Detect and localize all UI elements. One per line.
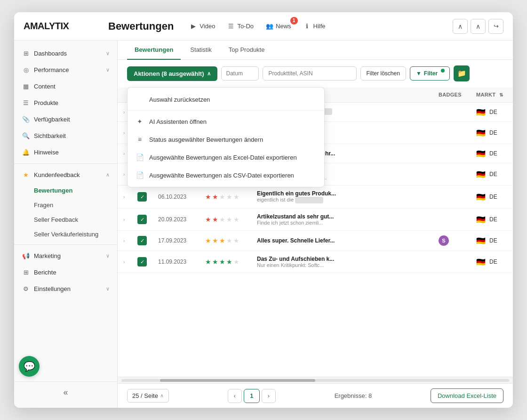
tab-statistik[interactable]: Statistik <box>183 40 219 60</box>
nav-hilfe[interactable]: ℹ Hilfe <box>299 20 330 33</box>
sidebar-item-sichtbarkeit[interactable]: 🔍 Sichtbarkeit <box>14 128 117 144</box>
star-5: ★ <box>233 237 240 244</box>
badge-cell <box>433 251 471 273</box>
sidebar-item-einstellungen[interactable]: ⚙ Einstellungen ∨ <box>14 281 117 297</box>
nav-video[interactable]: ▶ Video <box>185 20 220 33</box>
star-1: ★ <box>205 258 211 266</box>
dropdown-reset[interactable]: Auswahl zurücksetzen <box>128 90 324 108</box>
title-cell: Alles super. Schnelle Liefer... <box>251 231 433 251</box>
chevron-up-icon: ∧ <box>106 172 110 178</box>
expand-btn[interactable]: › <box>123 151 125 156</box>
up-arrow-btn-2[interactable]: ∧ <box>471 19 486 34</box>
star-3: ★ <box>219 258 225 266</box>
verfuegbarkeit-icon: 📎 <box>22 116 30 123</box>
dropdown-export-excel[interactable]: 📄 Ausgewählte Bewertungen als Excel-Date… <box>128 148 324 166</box>
date-cell: 06.10.2023 <box>152 186 200 209</box>
tab-top-produkte[interactable]: Top Produkte <box>221 40 272 60</box>
prev-page-btn[interactable]: ‹ <box>228 389 242 403</box>
filter-button[interactable]: ▼ Filter <box>410 66 450 81</box>
exit-btn[interactable]: ↪ <box>488 19 503 34</box>
dropdown-ai[interactable]: ✦ AI Assistenten öffnen <box>128 113 324 130</box>
expand-btn[interactable]: › <box>123 130 125 136</box>
stars-cell: ★ ★ ★ ★ ★ <box>200 209 251 231</box>
per-page-select[interactable]: 25 / Seite ∧ <box>127 389 169 403</box>
sidebar-performance-label: Performance <box>34 66 69 73</box>
market-cell: 🇩🇪DE <box>471 209 513 231</box>
folder-icon: 📁 <box>457 69 466 78</box>
actions-dropdown: Auswahl zurücksetzen ✦ AI Assistenten öf… <box>127 87 325 187</box>
sidebar-sub-bewertungen[interactable]: Bewertungen <box>34 183 117 198</box>
title-sub: Nur einen Kritikpunkt: Softc... <box>257 262 346 268</box>
star-2: ★ <box>212 237 218 244</box>
sidebar-sub-fragen[interactable]: Fragen <box>34 198 117 212</box>
chevron-down-icon: ∨ <box>106 286 110 292</box>
nav-news-label: News <box>276 23 291 30</box>
row-checkbox[interactable]: ✓ <box>137 257 147 267</box>
sidebar-item-marketing[interactable]: 📢 Marketing ∨ <box>14 248 117 264</box>
sidebar-item-verfuegbarkeit[interactable]: 📎 Verfügbarkeit <box>14 111 117 128</box>
nav-hilfe-label: Hilfe <box>313 23 326 30</box>
sidebar-sub-seller-feedback[interactable]: Seller Feedback <box>34 212 117 227</box>
dropdown-status[interactable]: ≡ Status ausgewählter Bewertungen ändern <box>128 130 324 148</box>
expand-btn[interactable]: › <box>123 194 125 200</box>
sidebar-kundenfeedback-label: Kundenfeedback <box>34 171 80 178</box>
filter-label: Filter <box>424 70 438 77</box>
filter-clear-button[interactable]: Filter löschen <box>360 66 406 81</box>
dropdown-reset-label: Auswahl zurücksetzen <box>149 96 210 103</box>
dropdown-export-csv[interactable]: 📄 Ausgewählte Bewertungen als CSV-Datei … <box>128 166 324 184</box>
sidebar-hinweise-label: Hinweise <box>34 149 59 156</box>
expand-btn[interactable]: › <box>123 259 125 265</box>
sidebar-item-dashboards[interactable]: ⊞ Dashboards ∨ <box>14 45 117 62</box>
toolbar: Aktionen (8 ausgewählt) ∧ Filter löschen… <box>118 60 513 87</box>
expand-btn[interactable]: › <box>123 110 125 115</box>
table-row: › ✓ 20.09.2023 ★ ★ ★ ★ ★ <box>118 209 513 231</box>
download-excel-button[interactable]: Download Excel-Liste <box>431 388 503 403</box>
sidebar-item-kundenfeedback[interactable]: ★ Kundenfeedback ∧ <box>14 167 117 183</box>
up-arrow-btn-1[interactable]: ∧ <box>453 19 468 34</box>
expand-btn[interactable]: › <box>123 217 125 222</box>
tabs-bar: Bewertungen Statistik Top Produkte <box>118 40 513 60</box>
stars-cell: ★ ★ ★ ★ ★ <box>200 251 251 273</box>
date-input[interactable] <box>221 66 259 81</box>
search-input[interactable] <box>263 66 357 81</box>
nav-todo[interactable]: ☰ To-Do <box>223 20 258 33</box>
actions-button[interactable]: Aktionen (8 ausgewählt) ∧ <box>127 66 217 81</box>
star-3: ★ <box>219 237 225 244</box>
star-4: ★ <box>226 258 232 266</box>
excel-icon: 📄 <box>135 153 144 162</box>
badge-cell: S <box>433 231 471 251</box>
sidebar: ⊞ Dashboards ∨ ◎ Performance ∨ ▦ Content… <box>14 40 118 408</box>
badge-cell <box>433 209 471 231</box>
row-checkbox[interactable]: ✓ <box>137 192 147 202</box>
scroll-thumb <box>160 379 315 382</box>
berichte-icon: ⊞ <box>22 269 30 276</box>
star-5: ★ <box>233 258 240 266</box>
per-page-chevron: ∧ <box>160 393 164 399</box>
next-page-btn[interactable]: › <box>262 389 276 403</box>
horizontal-scrollbar[interactable] <box>118 377 513 383</box>
einstellungen-icon: ⚙ <box>22 285 30 292</box>
sidebar-item-produkte[interactable]: ☰ Produkte <box>14 95 117 111</box>
sidebar-sub-seller-verkaeufleistung[interactable]: Seller Verkäuferleistung <box>34 227 117 242</box>
star-3: ★ <box>219 216 225 223</box>
title-cell: Artikelzustand als sehr gut... Finde ich… <box>251 209 433 231</box>
expand-btn[interactable]: › <box>123 238 125 243</box>
expand-btn[interactable]: › <box>123 172 125 177</box>
folder-button[interactable]: 📁 <box>454 65 470 81</box>
dropdown-divider-1 <box>128 110 324 111</box>
sidebar-item-performance[interactable]: ◎ Performance ∨ <box>14 62 117 78</box>
market-cell: 🇩🇪DE <box>471 251 513 273</box>
nav-news[interactable]: 👥 News 1 <box>261 20 296 33</box>
row-checkbox[interactable]: ✓ <box>137 215 147 224</box>
sidebar-item-berichte[interactable]: ⊞ Berichte <box>14 264 117 281</box>
star-2: ★ <box>212 216 218 223</box>
news-icon: 👥 <box>266 23 273 30</box>
sidebar-item-content[interactable]: ▦ Content <box>14 78 117 95</box>
row-checkbox[interactable]: ✓ <box>137 236 147 245</box>
chat-button[interactable]: 💬 <box>19 356 40 377</box>
tab-bewertungen[interactable]: Bewertungen <box>127 40 181 60</box>
hinweise-icon: 🔔 <box>22 149 30 156</box>
sidebar-collapse-button[interactable]: « <box>14 381 117 403</box>
sidebar-item-hinweise[interactable]: 🔔 Hinweise <box>14 144 117 161</box>
actions-text: Aktionen (8 ausgewählt) <box>134 70 204 77</box>
